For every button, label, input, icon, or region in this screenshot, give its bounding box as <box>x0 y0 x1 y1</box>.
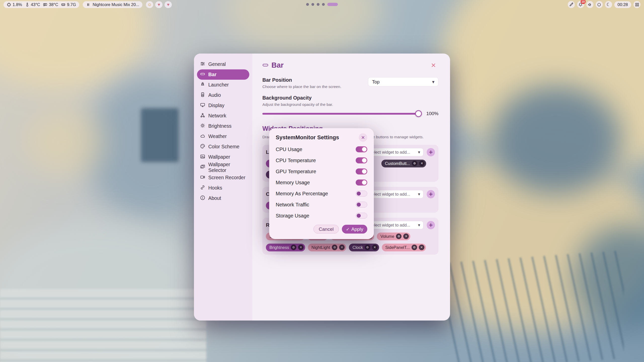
wallpaper-railing <box>448 250 624 362</box>
toggle-switch[interactable] <box>356 146 367 152</box>
quick-smiley-button[interactable]: ☺ <box>146 1 153 8</box>
remove-icon[interactable]: × <box>339 245 345 250</box>
sidebar-item-display[interactable]: Display <box>197 100 249 111</box>
bar-position-dropdown[interactable]: Top <box>368 77 438 86</box>
stat-cpu[interactable]: 1.8% <box>7 2 22 7</box>
apply-button[interactable]: Apply <box>342 225 367 234</box>
memory-icon <box>61 3 65 7</box>
sidebar-item-audio[interactable]: Audio <box>197 90 249 100</box>
clock-text: 00:28 <box>618 2 628 7</box>
sidebar-item-label: Display <box>208 103 224 108</box>
gear-icon[interactable]: ⚙ <box>412 161 417 166</box>
check-icon <box>346 227 349 232</box>
sidebar-item-bar[interactable]: Bar <box>197 69 249 80</box>
remove-icon[interactable]: × <box>403 234 409 239</box>
media-player-widget[interactable]: Nightcore Music Mix 20... <box>83 1 142 8</box>
gear-icon[interactable]: ⚙ <box>412 245 417 250</box>
toggle-label: Storage Usage <box>276 213 309 219</box>
gear-icon[interactable]: ⚙ <box>396 234 401 239</box>
widget-chip[interactable]: NightLight⚙× <box>308 244 346 251</box>
gear-icon[interactable]: ⚙ <box>291 245 296 250</box>
widget-chip[interactable]: SidePanelT...⚙× <box>382 244 426 251</box>
widget-chip[interactable]: Clock⚙× <box>349 244 379 251</box>
sidebar-item-general[interactable]: General <box>197 59 249 69</box>
add-widget-placeholder: Select widget to add... <box>369 150 410 155</box>
pause-icon[interactable] <box>86 3 90 7</box>
display-icon <box>200 103 205 109</box>
sidebar-item-wallpaper-selector[interactable]: Wallpaper Selector <box>197 162 249 172</box>
window-close-button[interactable] <box>428 60 438 70</box>
sidebar-item-about[interactable]: About <box>197 193 249 203</box>
workspace-active-pill[interactable] <box>327 3 338 6</box>
toggle-switch[interactable] <box>356 157 367 163</box>
background-opacity-label: Background Opacity <box>262 95 438 101</box>
sidebar-item-label: Color Scheme <box>208 144 239 150</box>
modal-close-button[interactable] <box>359 133 367 142</box>
sidebar-item-color-scheme[interactable]: Color Scheme <box>197 142 249 152</box>
chip-row: Brightness⚙×NightLight⚙×Clock⚙×SidePanel… <box>266 244 435 251</box>
remove-icon[interactable]: × <box>419 161 425 166</box>
slider-knob[interactable] <box>415 110 422 117</box>
widget-chip[interactable]: CustomButt...⚙× <box>381 160 426 167</box>
add-widget-button[interactable]: + <box>427 148 435 156</box>
sidebar-item-label: Wallpaper Selector <box>208 162 246 173</box>
speaker-button[interactable] <box>586 1 593 8</box>
color-picker-button[interactable] <box>568 1 575 8</box>
bar-position-setting: Bar Position Choose where to place the b… <box>262 77 438 89</box>
chevron-down-icon <box>418 150 420 155</box>
sidebar-item-label: Audio <box>208 92 221 98</box>
toggle-switch[interactable] <box>356 168 367 174</box>
toggle-switch[interactable] <box>356 213 367 219</box>
quick-heart-button[interactable]: ♥ <box>165 1 172 8</box>
sidebar-item-label: Weather <box>208 133 227 139</box>
remove-icon[interactable]: × <box>419 245 424 250</box>
widget-chip[interactable]: Volume⚙× <box>377 233 410 240</box>
workspace-dot[interactable] <box>317 3 319 6</box>
workspace-dot[interactable] <box>306 3 309 6</box>
gear-icon[interactable]: ⚙ <box>365 245 370 250</box>
stat-thermometer[interactable]: 43°C <box>25 2 40 7</box>
gear-icon[interactable]: ⚙ <box>332 245 337 250</box>
stat-value: 1.8% <box>13 2 22 7</box>
stat-memory[interactable]: 9.7G <box>61 2 76 7</box>
palette-icon <box>200 144 205 150</box>
toggle-switch[interactable] <box>356 191 367 197</box>
workspace-dot[interactable] <box>322 3 325 6</box>
quick-heart-button[interactable]: ♥ <box>155 1 163 8</box>
add-widget-dropdown[interactable]: Select widget to add... <box>366 221 423 229</box>
sidebar-item-network[interactable]: Network <box>197 111 249 121</box>
sidebar-item-label: General <box>208 61 226 67</box>
thermometer-icon <box>25 3 29 7</box>
bell-button[interactable]: 10 <box>577 1 584 8</box>
widget-chip-label: Brightness <box>269 245 289 250</box>
add-widget-button[interactable]: + <box>427 221 435 229</box>
add-widget-button[interactable]: + <box>427 190 435 198</box>
content-header: Bar <box>262 60 438 70</box>
add-widget-placeholder: Select widget to add... <box>369 192 410 197</box>
sidebar-item-launcher[interactable]: Launcher <box>197 80 249 90</box>
stat-gpu[interactable]: 38°C <box>43 2 58 7</box>
app-launcher-button[interactable] <box>633 1 640 8</box>
toggle-switch[interactable] <box>356 179 367 186</box>
workspace-indicators <box>306 0 338 9</box>
sidebar-item-hooks[interactable]: Hooks <box>197 183 249 193</box>
add-widget-dropdown[interactable]: Select widget to add... <box>366 148 423 156</box>
background-opacity-slider[interactable] <box>262 113 421 115</box>
system-stats-pill: 1.8%43°C38°C9.7G <box>4 1 79 8</box>
sidebar-item-brightness[interactable]: Brightness <box>197 121 249 131</box>
sidebar-item-wallpaper[interactable]: Wallpaper <box>197 152 249 162</box>
sidebar-item-screen-recorder[interactable]: Screen Recorder <box>197 172 249 183</box>
cancel-button[interactable]: Cancel <box>313 225 339 234</box>
moon-button[interactable]: ☾ <box>605 1 612 8</box>
widget-chip[interactable]: Brightness⚙× <box>266 244 305 251</box>
remove-icon[interactable]: × <box>372 245 378 250</box>
record-button[interactable] <box>596 1 603 8</box>
workspace-dot[interactable] <box>311 3 314 6</box>
clock-widget[interactable]: 00:28 <box>614 1 631 8</box>
toggle-switch[interactable] <box>356 202 367 208</box>
remove-icon[interactable]: × <box>298 245 304 250</box>
sidebar-item-weather[interactable]: Weather <box>197 131 249 142</box>
apply-label: Apply <box>351 227 363 232</box>
network-icon <box>200 113 205 119</box>
add-widget-dropdown[interactable]: Select widget to add... <box>366 190 423 198</box>
